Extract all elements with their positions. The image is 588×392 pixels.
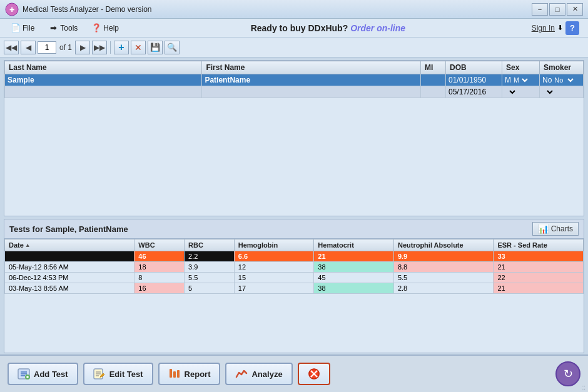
test-wbc-3: 16 — [134, 283, 185, 294]
test-hematocrit-2: 45 — [314, 273, 394, 283]
resize-grip[interactable]: :: — [582, 384, 585, 391]
maximize-button[interactable]: □ — [549, 3, 565, 16]
test-row-1[interactable]: 05-May-12 8:56 AM 18 3.9 12 38 8.8 21 — [5, 262, 584, 273]
test-hemoglobin-1: 12 — [234, 262, 314, 273]
test-hemoglobin-2: 15 — [234, 273, 314, 283]
analyze-label: Analyze — [251, 369, 282, 379]
edit-test-icon — [93, 368, 106, 380]
tests-section: Tests for Sample, PatientName 📊 Charts D… — [4, 219, 584, 353]
order-link[interactable]: Order on-line — [350, 23, 405, 33]
test-esr-3: 21 — [494, 283, 584, 294]
test-wbc-2: 8 — [134, 273, 185, 283]
col-hematocrit: Hematocrit — [314, 239, 394, 251]
toolbar: ◀◀ ◀ of 1 ▶ ▶▶ + ✕ 💾 🔍 — [0, 38, 588, 58]
next-page-button[interactable]: ▶ — [75, 41, 90, 54]
col-wbc: WBC — [134, 239, 185, 251]
test-wbc-1: 18 — [134, 262, 185, 273]
edit-test-label: Edit Test — [109, 369, 143, 379]
refresh-button[interactable]: ↻ — [555, 361, 580, 386]
sign-in-area: Sign In ⬇ ? — [532, 21, 579, 35]
test-hemoglobin-0: 6.6 — [234, 251, 314, 262]
test-hematocrit-0: 21 — [314, 251, 394, 262]
patient-mi-1 — [421, 74, 446, 86]
patient-row-1[interactable]: Sample PatientName 01/01/1950 MMF NoNoYe… — [5, 74, 584, 86]
page-of-label: of 1 — [58, 43, 73, 52]
col-mi: MI — [421, 61, 446, 74]
cancel-button[interactable] — [298, 363, 330, 385]
col-lastname: Last Name — [5, 61, 202, 74]
add-test-label: Add Test — [34, 369, 68, 379]
patient-firstname-2 — [202, 86, 421, 98]
col-sex: Sex — [502, 61, 540, 74]
window-title: Medical Tests Analyzer - Demo version — [23, 5, 532, 14]
edit-test-button[interactable]: Edit Test — [83, 363, 153, 385]
col-esr: ESR - Sed Rate — [494, 239, 584, 251]
first-page-button[interactable]: ◀◀ — [4, 41, 19, 54]
patient-dob-2: 05/17/2016 — [446, 86, 502, 98]
last-page-button[interactable]: ▶▶ — [92, 41, 107, 54]
col-smoker: Smoker — [540, 61, 584, 74]
delete-record-button[interactable]: ✕ — [131, 41, 146, 54]
patient-table-header: Last Name First Name MI DOB Sex Smoker — [5, 61, 584, 74]
help-menu-label: Help — [103, 24, 119, 33]
tests-table-header: Date ▲ WBC RBC Hemoglobin Hematocrit Neu… — [5, 239, 584, 251]
help-button[interactable]: ? — [565, 21, 579, 35]
tests-table: Date ▲ WBC RBC Hemoglobin Hematocrit Neu… — [4, 239, 584, 294]
sex-select-1[interactable]: MF — [511, 76, 530, 84]
svg-rect-14 — [170, 369, 172, 378]
sort-arrow-icon: ▲ — [25, 242, 31, 248]
charts-label: Charts — [551, 224, 573, 233]
analyze-button[interactable]: Analyze — [225, 363, 292, 385]
patient-mi-2 — [421, 86, 446, 98]
save-record-button[interactable]: 💾 — [148, 41, 163, 54]
toolbar-separator-1 — [110, 41, 111, 54]
sign-in-link[interactable]: Sign In — [532, 24, 555, 33]
svg-rect-15 — [173, 371, 176, 378]
refresh-icon: ↻ — [564, 367, 573, 381]
test-neutrophil-1: 8.8 — [393, 262, 493, 273]
svg-text:✚: ✚ — [9, 6, 14, 13]
sex-select-2[interactable] — [505, 88, 517, 96]
file-menu[interactable]: 📄 File — [5, 21, 40, 36]
title-bar: ✚ Medical Tests Analyzer - Demo version … — [0, 0, 588, 19]
add-record-button[interactable]: + — [114, 41, 129, 54]
tests-section-header: Tests for Sample, PatientName 📊 Charts — [4, 219, 584, 239]
file-menu-label: File — [23, 24, 34, 33]
window-controls: − □ ✕ — [532, 3, 583, 16]
search-button[interactable]: 🔍 — [165, 41, 180, 54]
help-menu[interactable]: ❓ Help — [86, 21, 124, 36]
add-test-button[interactable]: Add Test — [8, 363, 78, 385]
charts-button[interactable]: 📊 Charts — [532, 222, 579, 236]
app-icon: ✚ — [5, 3, 19, 16]
smoker-select-2[interactable] — [542, 88, 555, 96]
patient-section: Last Name First Name MI DOB Sex Smoker S… — [4, 60, 584, 216]
patient-row-2[interactable]: 05/17/2016 — [5, 86, 584, 98]
prev-page-button[interactable]: ◀ — [21, 41, 36, 54]
ready-text: Ready to buy DDxHub? — [251, 23, 348, 33]
cancel-icon — [308, 368, 320, 380]
test-row-0[interactable]: 46 2.2 6.6 21 9.9 33 — [5, 251, 584, 262]
test-hematocrit-1: 38 — [314, 262, 394, 273]
bottom-toolbar: Add Test Edit Test Report — [0, 354, 588, 392]
test-row-3[interactable]: 03-May-13 8:55 AM 16 5 17 38 2.8 21 — [5, 283, 584, 294]
test-date-2: 06-Dec-12 4:53 PM — [5, 273, 134, 283]
page-input[interactable] — [38, 41, 56, 54]
col-firstname: First Name — [202, 61, 421, 74]
tests-title: Tests for Sample, PatientName — [9, 224, 128, 234]
close-button[interactable]: ✕ — [567, 3, 583, 16]
test-esr-0: 33 — [494, 251, 584, 262]
help-icon: ❓ — [91, 23, 101, 33]
tools-menu[interactable]: ➡ Tools — [43, 21, 83, 36]
test-esr-2: 22 — [494, 273, 584, 283]
report-button[interactable]: Report — [158, 363, 221, 385]
test-row-2[interactable]: 06-Dec-12 4:53 PM 8 5.5 15 45 5.5 22 — [5, 273, 584, 283]
minimize-button[interactable]: − — [532, 3, 548, 16]
smoker-select-1[interactable]: NoYes — [552, 76, 575, 84]
col-hemoglobin: Hemoglobin — [234, 239, 314, 251]
menu-bar: 📄 File ➡ Tools ❓ Help Ready to buy DDxHu… — [0, 19, 588, 38]
test-neutrophil-0: 9.9 — [393, 251, 493, 262]
report-label: Report — [185, 369, 211, 379]
patient-lastname-2 — [5, 86, 202, 98]
tools-menu-label: Tools — [60, 24, 78, 33]
col-date: Date ▲ — [5, 239, 134, 251]
